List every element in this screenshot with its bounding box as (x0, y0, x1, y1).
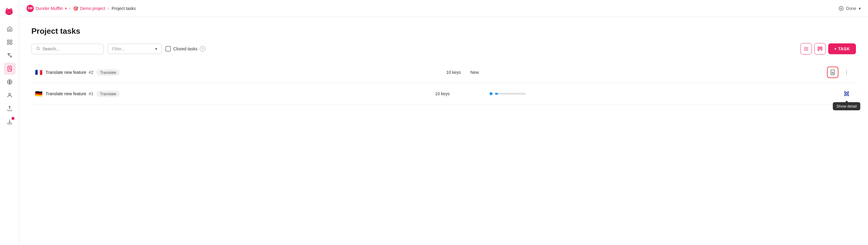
sidebar-item-upload[interactable] (4, 102, 16, 114)
sidebar-item-members[interactable] (4, 89, 16, 101)
help-icon[interactable]: ? (200, 46, 205, 51)
task-detail-button[interactable] (827, 67, 838, 78)
svg-point-35 (846, 94, 847, 95)
logo-icon (4, 6, 14, 17)
list-view-button[interactable] (800, 43, 812, 55)
progress-dot (490, 92, 493, 95)
table-row: 🇫🇷 Translate new feature #2 Translate 10… (31, 62, 856, 83)
svg-rect-13 (10, 43, 12, 45)
filter-label: Filter... (112, 46, 125, 51)
sidebar-item-tasks[interactable] (4, 63, 16, 75)
breadcrumb-sep-2: › (107, 6, 109, 11)
progress-bar-bg (495, 93, 526, 95)
filter-dropdown[interactable]: Filter... ▾ (107, 44, 162, 54)
play-circle-icon (838, 6, 844, 11)
sidebar-item-home[interactable] (4, 23, 16, 35)
topbar-status[interactable]: Done ▾ (838, 6, 861, 11)
svg-line-20 (39, 49, 40, 50)
svg-rect-25 (819, 47, 820, 49)
svg-rect-12 (7, 43, 9, 45)
project-icon: 🎯 (73, 6, 78, 11)
closed-tasks-toggle[interactable]: Closed tasks ? (165, 46, 205, 51)
table-row: 🇩🇪 Translate new feature #1 Translate 10… (31, 83, 856, 105)
org-dropdown-arrow[interactable]: ▾ (65, 6, 67, 10)
filter-arrow-icon: ▾ (155, 46, 157, 51)
breadcrumb: DM Dunder Mufflin ▾ › 🎯 Demo project › P… (27, 5, 136, 12)
svg-marker-18 (840, 7, 842, 9)
task-progress (490, 92, 526, 95)
task-keys: 10 keys (435, 91, 459, 96)
task-actions: Show detail (841, 88, 852, 99)
svg-rect-11 (10, 40, 12, 42)
svg-point-34 (846, 92, 847, 93)
status-label: Done (846, 6, 856, 11)
task-number: #2 (89, 70, 94, 75)
task-keys: 10 keys (446, 70, 470, 75)
search-icon (36, 46, 40, 51)
sidebar-item-globe[interactable] (4, 76, 16, 88)
svg-point-36 (845, 94, 846, 94)
board-view-button[interactable] (814, 43, 826, 55)
svg-point-16 (8, 93, 10, 95)
svg-rect-24 (818, 47, 819, 51)
svg-point-37 (847, 94, 848, 94)
search-input[interactable] (42, 46, 99, 51)
task-list: 🇫🇷 Translate new feature #2 Translate 10… (31, 62, 856, 105)
svg-point-5 (8, 13, 10, 14)
logo-area (0, 4, 19, 19)
task-type-badge: Translate (96, 91, 120, 97)
sidebar-item-dashboard[interactable] (4, 36, 16, 48)
task-actions (827, 67, 852, 78)
topbar: DM Dunder Mufflin ▾ › 🎯 Demo project › P… (19, 0, 868, 17)
svg-point-32 (846, 73, 847, 74)
task-puzzle-button[interactable] (841, 88, 852, 99)
add-task-button[interactable]: + TASK (828, 43, 856, 54)
project-name: Demo project (80, 6, 105, 11)
toolbar-right: + TASK (800, 43, 856, 55)
svg-point-31 (846, 72, 847, 73)
svg-rect-10 (7, 40, 9, 42)
org-avatar: DM (27, 5, 34, 12)
task-flag: 🇫🇷 (35, 69, 42, 76)
svg-rect-26 (821, 47, 822, 50)
breadcrumb-current: Project tasks (112, 6, 136, 11)
breadcrumb-org[interactable]: DM Dunder Mufflin ▾ (27, 5, 67, 12)
svg-rect-27 (831, 70, 835, 75)
breadcrumb-project[interactable]: 🎯 Demo project (73, 6, 105, 11)
svg-point-6 (6, 8, 8, 10)
page-title: Project tasks (31, 27, 856, 36)
task-number: #1 (89, 91, 94, 96)
page-content: Project tasks Filter... ▾ Closed tasks ? (19, 17, 868, 245)
task-name: Translate new feature (45, 70, 86, 75)
task-flag: 🇩🇪 (35, 90, 42, 97)
svg-point-30 (846, 71, 847, 71)
svg-point-7 (10, 8, 12, 10)
sidebar-item-translate[interactable] (4, 49, 16, 62)
task-more-button[interactable] (841, 67, 852, 78)
task-name: Translate new feature (45, 91, 86, 96)
toolbar: Filter... ▾ Closed tasks ? + TASK (31, 43, 856, 55)
progress-bar-fill (495, 93, 498, 95)
sidebar (0, 0, 19, 245)
tooltip-container: Show detail (841, 88, 852, 99)
svg-point-8 (7, 13, 7, 13)
show-detail-tooltip: Show detail (833, 102, 860, 110)
svg-point-19 (36, 47, 39, 49)
org-name: Dunder Mufflin (36, 6, 63, 11)
breadcrumb-sep-1: › (69, 6, 71, 11)
status-arrow: ▾ (859, 6, 861, 11)
sidebar-item-export[interactable] (4, 116, 16, 128)
task-status: New (470, 70, 501, 75)
svg-point-28 (832, 72, 834, 73)
search-box[interactable] (31, 44, 104, 54)
notification-badge (11, 117, 14, 120)
task-type-badge: Translate (96, 69, 120, 76)
closed-tasks-checkbox[interactable] (165, 46, 171, 51)
closed-tasks-label: Closed tasks (173, 46, 197, 51)
svg-point-9 (11, 13, 12, 13)
main-area: DM Dunder Mufflin ▾ › 🎯 Demo project › P… (19, 0, 868, 245)
